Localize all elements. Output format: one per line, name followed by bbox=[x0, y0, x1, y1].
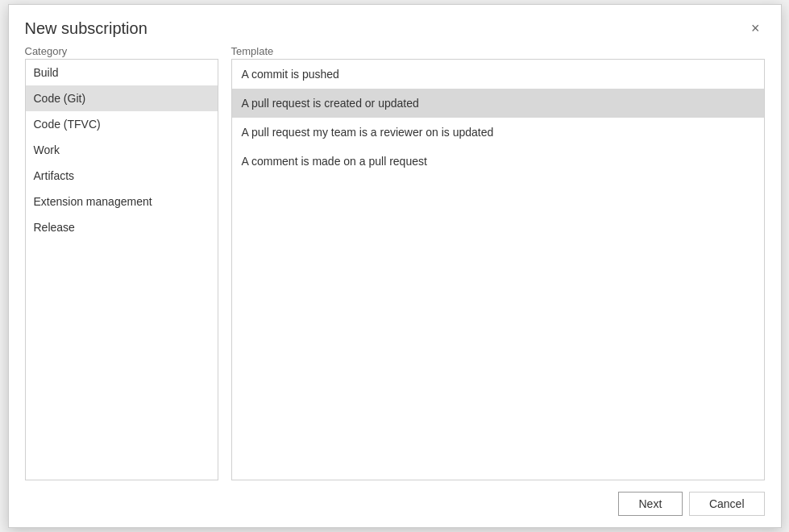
category-item-release[interactable]: Release bbox=[26, 214, 218, 240]
dialog-footer: Next Cancel bbox=[9, 480, 781, 527]
template-item-commit-pushed[interactable]: A commit is pushed bbox=[232, 60, 764, 89]
category-item-code-git[interactable]: Code (Git) bbox=[26, 85, 218, 111]
dialog-body: BuildCode (Git)Code (TFVC)WorkArtifactsE… bbox=[9, 59, 781, 480]
column-labels: Category Template bbox=[9, 45, 781, 57]
new-subscription-dialog: New subscription × Category Template Bui… bbox=[8, 4, 782, 528]
dialog-title-bar: New subscription × bbox=[9, 5, 781, 45]
category-list: BuildCode (Git)Code (TFVC)WorkArtifactsE… bbox=[25, 59, 218, 480]
category-item-artifacts[interactable]: Artifacts bbox=[26, 163, 218, 189]
category-item-build[interactable]: Build bbox=[26, 60, 218, 85]
template-list: A commit is pushedA pull request is crea… bbox=[231, 59, 765, 480]
dialog-title: New subscription bbox=[25, 19, 147, 38]
template-item-pull-request-created[interactable]: A pull request is created or updated bbox=[232, 89, 764, 118]
category-item-extension-management[interactable]: Extension management bbox=[26, 189, 218, 214]
category-item-code-tfvc[interactable]: Code (TFVC) bbox=[26, 111, 218, 137]
template-item-comment-pull-request[interactable]: A comment is made on a pull request bbox=[232, 147, 764, 176]
category-item-work[interactable]: Work bbox=[26, 137, 218, 163]
template-item-pull-request-reviewer[interactable]: A pull request my team is a reviewer on … bbox=[232, 118, 764, 147]
category-column-label: Category bbox=[25, 45, 218, 57]
cancel-button[interactable]: Cancel bbox=[689, 492, 765, 516]
template-column-label: Template bbox=[231, 45, 765, 57]
close-button[interactable]: × bbox=[746, 18, 765, 39]
next-button[interactable]: Next bbox=[618, 492, 683, 516]
